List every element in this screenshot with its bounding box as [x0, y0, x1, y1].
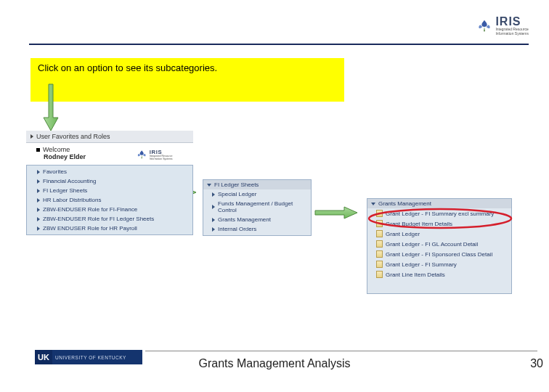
iris-tag-2: Information Systems [495, 32, 529, 36]
panel2-item[interactable]: Funds Management / Budget Control [203, 199, 311, 215]
page-number: 30 [530, 357, 543, 370]
panel1-item[interactable]: Favorites [30, 167, 190, 176]
report-icon [376, 210, 383, 217]
item-label: ZBW ENDUSER Role for HR Payroll [43, 225, 137, 232]
panel-grants-management: Grants Management Grant Ledger - FI Summ… [367, 198, 512, 294]
bullet-icon [36, 148, 40, 152]
iris-logo-text: IRIS [495, 16, 529, 28]
panel3-item[interactable]: Grant Ledger - FI GL Account Detail [367, 239, 511, 249]
arrow-down-icon [42, 83, 60, 132]
item-label: Grant Ledger - FI Sponsored Class Detail [386, 251, 492, 258]
instruction-callout: Click on an option to see its subcategor… [30, 58, 344, 102]
tree-arrow-icon [37, 189, 40, 193]
panel-fi-ledger-sheets: FI Ledger Sheets Special Ledger Funds Ma… [203, 179, 312, 236]
panel3-item[interactable]: Grant Ledger [367, 229, 511, 239]
slide-title: Grants Management Analysis [0, 357, 549, 370]
report-icon [376, 261, 383, 268]
panel2-item[interactable]: Grants Management [203, 215, 311, 224]
item-label: Grant Ledger - FI Summary excl summary [386, 211, 494, 217]
item-label: Grant Budget Item Details [386, 221, 452, 227]
item-label: Special Ledger [218, 191, 256, 197]
panel2-header[interactable]: FI Ledger Sheets [203, 180, 311, 189]
report-icon [376, 220, 383, 227]
item-label: Grant Ledger [386, 231, 420, 237]
panel2-item[interactable]: Special Ledger [203, 189, 311, 199]
report-icon [376, 230, 383, 237]
panel1-list: Favorites Financial Accounting FI Ledger… [26, 165, 193, 235]
arrow-right-2-icon [314, 205, 359, 220]
item-label: ZBW-ENDUSER Role for FI-Finance [43, 206, 137, 213]
header-divider [29, 44, 529, 45]
iris-flower-icon [476, 18, 492, 34]
report-icon [376, 250, 383, 258]
tree-arrow-icon [212, 218, 215, 222]
tree-arrow-icon [37, 226, 40, 231]
panel1-item[interactable]: ZBW-ENDUSER Role for FI Ledger Sheets [30, 214, 190, 224]
item-label: Internal Orders [218, 226, 256, 232]
panel3-header-label: Grants Management [378, 200, 431, 207]
panel1-item[interactable]: HR Labor Distributions [30, 195, 190, 205]
tree-open-icon [371, 203, 375, 205]
panel-user-favorites: User Favorites and Roles Welcome Rodney … [26, 131, 193, 243]
panel1-item[interactable]: Financial Accounting [30, 176, 190, 186]
item-label: Grant Line Item Details [386, 271, 445, 278]
tab-user-favorites[interactable]: User Favorites and Roles [26, 131, 193, 143]
tree-arrow-icon [37, 198, 40, 203]
report-icon [376, 240, 383, 248]
item-label: Grant Ledger - FI Summary [386, 261, 457, 268]
item-label: Financial Accounting [43, 178, 96, 184]
tree-arrow-icon [212, 205, 215, 209]
tree-arrow-icon [37, 217, 40, 221]
panel1-item[interactable]: FI Ledger Sheets [30, 186, 190, 195]
panel3-item[interactable]: Grant Ledger - FI Summary excl summary [367, 208, 511, 219]
panel3-item[interactable]: Grant Line Item Details [367, 269, 511, 279]
tree-arrow-icon [212, 227, 215, 232]
panel3-item[interactable]: Grant Ledger - FI Summary [367, 259, 511, 269]
item-label: FI Ledger Sheets [43, 187, 87, 194]
iris-logo-mini: IRIS Integrated Resource Information Sys… [137, 149, 173, 160]
callout-text: Click on an option to see its subcategor… [38, 62, 217, 73]
tree-arrow-icon [37, 170, 40, 174]
tab-label: User Favorites and Roles [36, 133, 110, 140]
welcome-name: Rodney Elder [44, 153, 86, 160]
panel3-item[interactable]: Grant Ledger - FI Sponsored Class Detail [367, 249, 511, 259]
item-label: Favorites [43, 168, 67, 175]
panel2-header-label: FI Ledger Sheets [214, 181, 259, 188]
item-label: Grant Ledger - FI GL Account Detail [386, 241, 478, 248]
tree-arrow-icon [37, 179, 40, 184]
iris-logo-header: IRIS Integrated Resource Information Sys… [476, 16, 529, 36]
panel1-item[interactable]: ZBW ENDUSER Role for HR Payroll [30, 224, 190, 233]
tree-open-icon [207, 184, 211, 187]
tree-arrow-icon [37, 208, 40, 212]
panel3-item[interactable]: Grant Budget Item Details [367, 219, 511, 229]
item-label: Grants Management [218, 216, 271, 223]
item-label: Funds Management / Budget Control [218, 200, 311, 213]
welcome-label: Welcome [43, 146, 70, 153]
panel1-item[interactable]: ZBW-ENDUSER Role for FI-Finance [30, 205, 190, 214]
panel2-item[interactable]: Internal Orders [203, 224, 311, 234]
item-label: ZBW-ENDUSER Role for FI Ledger Sheets [43, 216, 154, 222]
report-icon [376, 271, 383, 278]
welcome-block: Welcome Rodney Elder IRIS Integrated Res… [26, 143, 193, 165]
tab-arrow-icon [30, 134, 33, 139]
item-label: HR Labor Distributions [43, 197, 101, 203]
tree-arrow-icon [212, 192, 215, 197]
panel3-header[interactable]: Grants Management [367, 199, 511, 208]
footer-divider [145, 351, 537, 351]
